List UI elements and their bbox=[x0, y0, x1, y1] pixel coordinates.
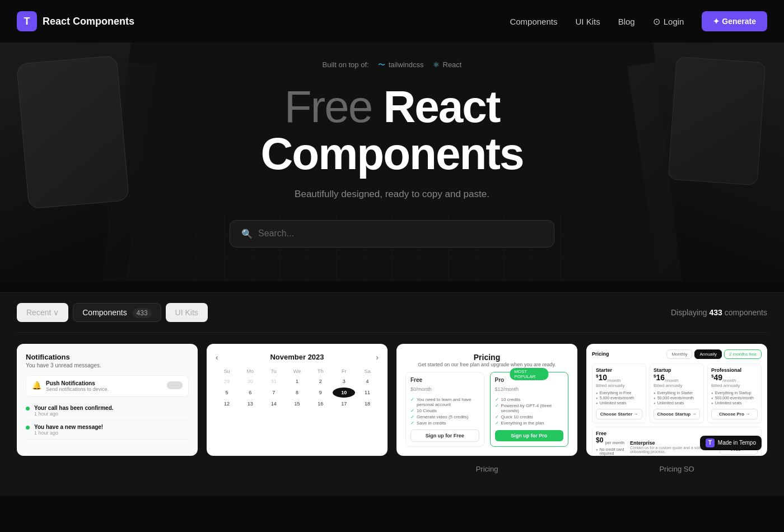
notif-sub: You have 3 unread messages. bbox=[26, 362, 189, 368]
toggle-switch[interactable] bbox=[167, 381, 183, 389]
cal-cell[interactable]: 8 bbox=[286, 388, 309, 398]
pso-plan-startup: Startup $16/month Billed annually Everyt… bbox=[650, 363, 704, 423]
cal-cell[interactable]: 9 bbox=[309, 388, 332, 398]
cal-cell[interactable]: 3 bbox=[333, 376, 355, 386]
cal-next[interactable]: › bbox=[376, 353, 379, 362]
logo[interactable]: T React Components bbox=[17, 11, 134, 31]
tab-ui-kits[interactable]: UI Kits bbox=[166, 303, 208, 322]
display-count: Displaying 433 components bbox=[671, 308, 767, 317]
pso-plan-features-startup: Everything in Starter 50,000 events/mont… bbox=[654, 390, 700, 405]
plan-features-pro: 10 credits Powered by GPT-4 (three secon… bbox=[495, 396, 564, 426]
filter-tabs: Recent ∨ Components 433 UI Kits bbox=[17, 303, 208, 322]
card-pricing[interactable]: Pricing Get started on our free plan and… bbox=[396, 344, 577, 456]
pso-plan-professional: Professional $49/month Billed annually E… bbox=[707, 363, 762, 423]
react-icon: ⚛ bbox=[433, 60, 440, 69]
nav-components[interactable]: Components bbox=[510, 17, 557, 26]
hero-section: Built on top of: 〜 tailwindcss ⚛ React F… bbox=[0, 43, 784, 281]
card-calendar[interactable]: ‹ November 2023 › Su Mo Tu We Th Fr Sa 2… bbox=[207, 344, 388, 456]
cal-day-fr: Fr bbox=[333, 367, 355, 375]
plan-price-pro: $12/month bbox=[495, 383, 564, 393]
nav-login[interactable]: ⊙ Login bbox=[653, 16, 684, 27]
plan-feature: 10 credits bbox=[495, 396, 564, 403]
cal-cell[interactable]: 15 bbox=[286, 399, 309, 409]
push-notif-title: Push Notifications bbox=[46, 380, 109, 386]
tempo-icon: T bbox=[706, 438, 715, 447]
hero-title: Free React Components bbox=[11, 83, 773, 178]
built-on: Built on top of: 〜 tailwindcss ⚛ React bbox=[323, 60, 462, 70]
cal-cell[interactable]: 13 bbox=[239, 399, 262, 409]
pricing-cols: Free $0/month You need to learn and have… bbox=[405, 372, 568, 447]
nav-blog[interactable]: Blog bbox=[618, 17, 635, 26]
pso-btn-starter[interactable]: Choose Starter → bbox=[596, 409, 642, 419]
notif-msg-1: Your call has been confirmed. 1 hour ago bbox=[26, 402, 189, 421]
plan-btn-free[interactable]: Sign up for Free bbox=[410, 430, 479, 442]
cal-cell[interactable]: 12 bbox=[216, 399, 238, 409]
plan-feature: You need to learn and have personal acco… bbox=[410, 396, 479, 408]
notif-msg-text-2: You have a new message! bbox=[34, 424, 103, 430]
plan-feature: Quick 10 credits bbox=[495, 414, 564, 420]
filter-bar: Recent ∨ Components 433 UI Kits Displayi… bbox=[17, 293, 767, 333]
cal-day-tu: Tu bbox=[263, 367, 285, 375]
plan-feature: Everything in the plan bbox=[495, 420, 564, 426]
cal-cell[interactable]: 29 bbox=[216, 376, 238, 386]
cal-day-mo: Mo bbox=[239, 367, 262, 375]
tempo-badge[interactable]: T Made in Tempo bbox=[700, 436, 762, 450]
pso-plans: Starter $10/month Billed annually Everyt… bbox=[592, 363, 762, 423]
tailwind-icon: 〜 bbox=[378, 60, 385, 70]
notif-msg-2: You have a new message! 1 hour ago bbox=[26, 421, 189, 440]
pso-toggle-monthly[interactable]: Monthly bbox=[666, 349, 692, 359]
push-notif-sub: Send notifications to device. bbox=[46, 386, 109, 392]
cal-prev[interactable]: ‹ bbox=[216, 353, 218, 362]
hero-content: Built on top of: 〜 tailwindcss ⚛ React F… bbox=[11, 59, 773, 248]
pso-toggle-2months[interactable]: 2 months free bbox=[724, 349, 762, 359]
react-label: React bbox=[443, 60, 462, 69]
plan-features-free: You need to learn and have personal acco… bbox=[410, 396, 479, 426]
cal-cell[interactable]: 30 bbox=[239, 376, 262, 386]
cal-header: ‹ November 2023 › bbox=[216, 353, 379, 362]
cal-cell[interactable]: 5 bbox=[216, 388, 238, 398]
search-input[interactable] bbox=[258, 228, 543, 239]
cal-today[interactable]: 10 bbox=[333, 388, 355, 398]
hero-title-free: Free bbox=[284, 82, 372, 132]
tab-recent[interactable]: Recent ∨ bbox=[17, 303, 68, 322]
cal-grid: Su Mo Tu We Th Fr Sa 29 30 31 1 2 3 4 bbox=[216, 367, 379, 409]
plan-price-free: $0/month bbox=[410, 383, 479, 393]
cal-cell[interactable]: 14 bbox=[263, 399, 285, 409]
plan-btn-pro[interactable]: Sign up for Pro bbox=[495, 430, 564, 441]
logo-text: React Components bbox=[43, 16, 134, 27]
hero-title-react: React bbox=[383, 82, 500, 132]
card-label-1 bbox=[207, 465, 388, 473]
components-section: Recent ∨ Components 433 UI Kits Displayi… bbox=[0, 292, 784, 496]
plan-feature: Save in credits bbox=[410, 420, 479, 426]
cal-cell[interactable]: 17 bbox=[333, 399, 355, 409]
notif-msg-text-1: Your call has been confirmed. bbox=[34, 405, 114, 411]
nav-ui-kits[interactable]: UI Kits bbox=[575, 17, 600, 26]
cal-cell[interactable]: 16 bbox=[309, 399, 332, 409]
pso-plan-features-starter: Everything in Free 5,000 events/month Un… bbox=[596, 390, 642, 405]
cal-cell[interactable]: 2 bbox=[309, 376, 332, 386]
cal-cell[interactable]: 7 bbox=[263, 388, 285, 398]
search-bar[interactable]: 🔍 bbox=[230, 220, 554, 248]
cal-cell[interactable]: 31 bbox=[263, 376, 285, 386]
pricing-header: Pricing Get started on our free plan and… bbox=[405, 353, 568, 367]
tailwind-item: 〜 tailwindcss bbox=[378, 60, 424, 70]
pso-plan-features-pro: Everything in Startup 500,000 events/mon… bbox=[711, 390, 758, 405]
nav-links: Components UI Kits Blog ⊙ Login ✦ Genera… bbox=[510, 11, 767, 31]
tab-components[interactable]: Components 433 bbox=[73, 303, 161, 322]
card-pricing-so[interactable]: Pricing Monthly Annually 2 months free S… bbox=[586, 344, 767, 456]
pso-toggle-annually[interactable]: Annually bbox=[694, 349, 722, 359]
pso-btn-pro[interactable]: Choose Pro → bbox=[711, 409, 758, 419]
pricing-badge: MOST POPULAR bbox=[510, 368, 548, 380]
hero-title-components: Components bbox=[261, 129, 524, 179]
card-notifications[interactable]: Notifications You have 3 unread messages… bbox=[17, 344, 198, 456]
plan-feature: 10 Clouds bbox=[410, 408, 479, 414]
notif-msg-time-2: 1 hour ago bbox=[34, 430, 103, 436]
cal-cell[interactable]: 6 bbox=[239, 388, 262, 398]
generate-button[interactable]: ✦ Generate bbox=[702, 11, 767, 31]
cal-cell[interactable]: 1 bbox=[286, 376, 309, 386]
cal-cell[interactable]: 4 bbox=[356, 376, 379, 386]
pricing-plan-free: Free $0/month You need to learn and have… bbox=[405, 372, 484, 447]
cal-cell[interactable]: 18 bbox=[356, 399, 379, 409]
pso-btn-startup[interactable]: Choose Startup → bbox=[654, 409, 700, 419]
cal-cell[interactable]: 11 bbox=[356, 388, 379, 398]
